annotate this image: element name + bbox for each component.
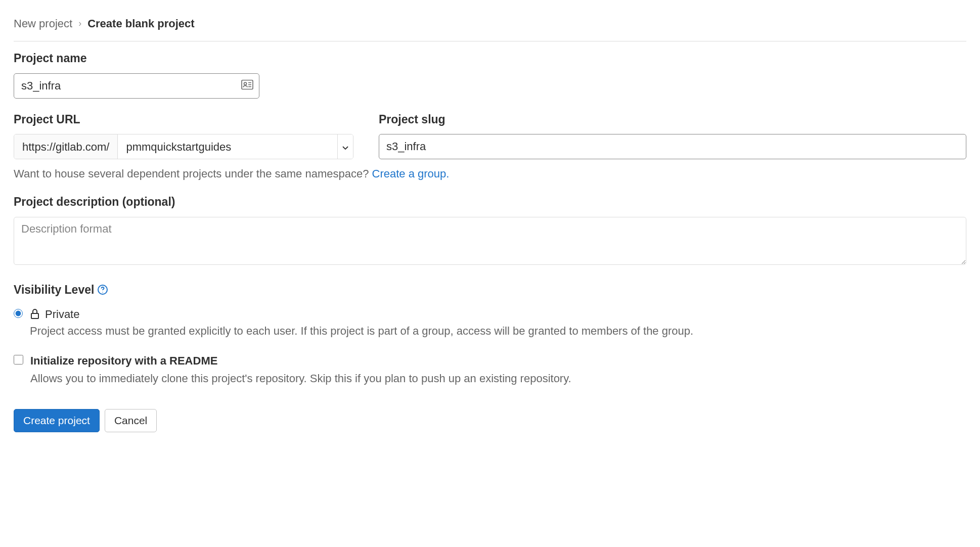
lock-icon: [30, 308, 40, 320]
visibility-label-row: Visibility Level: [14, 281, 966, 299]
breadcrumb-separator: ›: [78, 17, 81, 30]
create-project-button[interactable]: Create project: [14, 409, 100, 432]
chevron-down-icon: [342, 139, 348, 155]
breadcrumb-parent-link[interactable]: New project: [14, 15, 72, 32]
url-prefix: https://gitlab.com/: [14, 134, 118, 159]
project-url-group: Project URL https://gitlab.com/ pmmquick…: [14, 111, 353, 160]
visibility-private-title: Private: [45, 306, 79, 323]
divider: [14, 41, 966, 41]
visibility-label: Visibility Level: [14, 281, 94, 299]
create-group-link[interactable]: Create a group.: [372, 167, 450, 180]
namespace-select[interactable]: pmmquickstartguides: [118, 134, 338, 159]
readme-checkbox[interactable]: [14, 355, 23, 364]
svg-rect-7: [31, 313, 38, 318]
description-group: Project description (optional): [14, 193, 966, 269]
readme-title: Initialize repository with a README: [30, 352, 571, 369]
svg-point-1: [244, 82, 247, 85]
project-slug-label: Project slug: [379, 111, 966, 128]
button-row: Create project Cancel: [14, 409, 966, 432]
readme-desc: Allows you to immediately clone this pro…: [30, 370, 571, 387]
namespace-helper-text: Want to house several dependent projects…: [14, 165, 966, 182]
visibility-private-row: Private Project access must be granted e…: [14, 306, 966, 339]
contact-card-icon: [241, 77, 253, 94]
visibility-private-desc: Project access must be granted explicitl…: [30, 323, 966, 339]
namespace-dropdown-toggle[interactable]: [338, 134, 353, 159]
project-slug-input[interactable]: [379, 134, 966, 159]
namespace-helper-prefix: Want to house several dependent projects…: [14, 167, 372, 180]
cancel-button[interactable]: Cancel: [105, 409, 157, 432]
visibility-group: Visibility Level Private Project access: [14, 281, 966, 339]
project-name-group: Project name: [14, 50, 966, 99]
description-label: Project description (optional): [14, 193, 966, 211]
readme-row: Initialize repository with a README Allo…: [14, 352, 966, 387]
breadcrumb: New project › Create blank project: [14, 15, 966, 32]
project-url-input-group: https://gitlab.com/ pmmquickstartguides: [14, 134, 353, 159]
svg-point-6: [103, 292, 104, 293]
project-slug-group: Project slug: [379, 111, 966, 160]
project-name-input[interactable]: [14, 73, 259, 99]
project-url-label: Project URL: [14, 111, 353, 128]
project-name-label: Project name: [14, 50, 966, 67]
description-textarea[interactable]: [14, 217, 966, 265]
question-circle-icon[interactable]: [97, 284, 108, 295]
visibility-private-radio[interactable]: [14, 309, 23, 318]
url-slug-row: Project URL https://gitlab.com/ pmmquick…: [14, 111, 966, 160]
breadcrumb-current: Create blank project: [87, 15, 195, 32]
